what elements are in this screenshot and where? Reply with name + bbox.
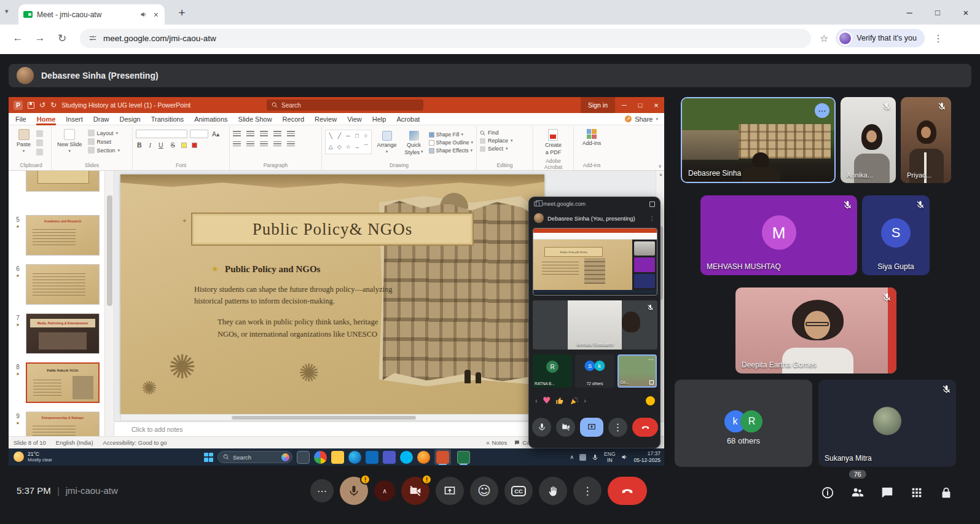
menu-transitions[interactable]: Transitions (151, 114, 184, 124)
tile-mehvash[interactable]: M MEHVASH MUSHTAQ (700, 195, 857, 275)
pip-self-row[interactable]: Debasree Sinha (You, presenting) ⋮ (529, 211, 660, 225)
grow-font-icon[interactable]: A▴ (211, 130, 221, 138)
copy-icon[interactable] (36, 139, 43, 146)
pip-tile-self-view[interactable]: ⋯ De... (617, 354, 657, 388)
current-slide[interactable]: Public Policy& NGOs ★ Public Policy and … (120, 174, 544, 414)
tab-search-chevron-icon[interactable]: ▾ (5, 7, 9, 15)
quick-styles-button[interactable]: Quick Styles▾ (402, 130, 426, 157)
meeting-details-button[interactable] (821, 486, 834, 499)
taskbar-weather[interactable]: 21°C Mostly clear (9, 452, 57, 463)
layout-button[interactable]: Layout▾ (88, 130, 120, 136)
pip-present-button[interactable] (580, 418, 603, 437)
menu-file[interactable]: File (15, 114, 27, 124)
menu-animations[interactable]: Animations (194, 114, 228, 124)
new-slide-button[interactable]: New Slide▾ (55, 128, 85, 155)
menu-view[interactable]: View (347, 114, 363, 124)
present-button[interactable] (436, 477, 464, 505)
replace-button[interactable]: Replace▾ (480, 138, 530, 144)
shapes-gallery[interactable]: ╲╱─□○ △◇☆→⌒ (325, 130, 372, 154)
pip-main-tile[interactable]: Annika Goswami (533, 300, 657, 350)
forward-icon[interactable]: → (31, 29, 49, 47)
taskbar-app-chrome-icon[interactable] (314, 451, 327, 464)
host-controls-button[interactable] (939, 486, 953, 499)
tile-priyad[interactable]: Priyad... (901, 97, 951, 183)
tile-siya[interactable]: S Siya Gupta (862, 195, 930, 275)
slide-thumbnail-panel[interactable]: 4★ 5★ Academics and Research 6★ 7★ Media… (9, 171, 105, 448)
paste-button[interactable]: Paste▾ (14, 128, 33, 155)
ppt-minimize-button[interactable]: ─ (616, 97, 632, 113)
font-size-combo[interactable] (190, 130, 208, 138)
create-pdf-button[interactable]: Create a PDF (543, 128, 564, 157)
pip-more-button[interactable]: ⋮ (608, 418, 627, 437)
slide-thumbnail-8-selected[interactable]: 8★ Public Policy& NGOs (12, 362, 100, 403)
more-options-button[interactable]: ⋮ (573, 477, 602, 505)
underline-button[interactable]: U (157, 141, 165, 149)
pip-header[interactable]: meet.google.com (529, 197, 660, 211)
raise-hand-button[interactable] (539, 477, 567, 505)
indent-increase-icon[interactable] (273, 131, 281, 137)
people-button[interactable]: 76 (850, 485, 864, 499)
collapse-ribbon-icon[interactable]: ∨ (658, 163, 662, 169)
redo-icon[interactable]: ↻ (50, 101, 57, 109)
shape-effects-button[interactable]: Shape Effects▾ (429, 147, 473, 154)
expand-icon[interactable] (649, 380, 654, 385)
notes-toggle[interactable]: ≡Notes (486, 439, 507, 446)
justify-icon[interactable] (273, 141, 281, 147)
menu-draw[interactable]: Draw (93, 114, 110, 124)
audio-settings-chevron[interactable]: ∧ (374, 480, 395, 501)
browser-menu-icon[interactable]: ⋮ (933, 33, 943, 44)
menu-slideshow[interactable]: Slide Show (238, 114, 273, 124)
activities-button[interactable] (910, 486, 923, 499)
indent-decrease-icon[interactable] (260, 131, 268, 137)
ppt-close-button[interactable]: × (648, 97, 664, 113)
menu-acrobat[interactable]: Acrobat (396, 114, 420, 124)
pip-tile-others[interactable]: S k 72 others (575, 354, 614, 388)
more-controls-button[interactable]: ⋯ (310, 479, 334, 502)
cut-icon[interactable] (36, 130, 43, 137)
pip-self-menu-icon[interactable]: ⋮ (649, 215, 656, 222)
section-button[interactable]: Section▾ (88, 147, 120, 154)
site-settings-icon[interactable] (88, 34, 97, 42)
align-left-icon[interactable] (233, 141, 241, 147)
tile-menu-icon[interactable]: ⋯ (815, 103, 829, 118)
slide-thumbnail-7[interactable]: 7★ Media, Publishing & Entertainment (12, 313, 100, 354)
emoji-reaction-icon[interactable] (646, 396, 655, 405)
close-button[interactable]: × (952, 0, 980, 25)
align-center-icon[interactable] (246, 141, 254, 147)
bullets-icon[interactable] (233, 131, 241, 137)
panel-scrollbar[interactable] (105, 171, 114, 448)
slide-thumbnail-6[interactable]: 6★ (12, 264, 100, 305)
reactions-prev-icon[interactable]: ‹ (535, 397, 538, 404)
taskbar-app-desktop-icon[interactable] (297, 451, 310, 464)
tile-sukanya[interactable]: Sukanya Mitra (818, 380, 956, 467)
columns-icon[interactable] (287, 141, 295, 147)
reload-icon[interactable]: ↻ (53, 29, 71, 47)
taskbar-app-teams-icon[interactable] (383, 451, 396, 464)
taskbar-search[interactable]: Search (218, 451, 292, 463)
horizontal-scrollbar[interactable] (120, 414, 544, 421)
numbering-icon[interactable] (246, 131, 254, 137)
menu-home[interactable]: Home (36, 114, 57, 124)
ppt-maximize-button[interactable]: □ (632, 97, 648, 113)
tray-clock[interactable]: 17:3705-12-2025 (634, 450, 661, 463)
sign-in-button[interactable]: Sign in (581, 97, 615, 113)
captions-button[interactable]: CC (504, 477, 533, 505)
back-icon[interactable]: ← (9, 29, 27, 47)
pip-screenshare-thumbnail[interactable]: Public Policy& NGOs (533, 228, 657, 295)
start-button[interactable] (204, 453, 213, 462)
pip-mic-button[interactable] (532, 418, 551, 437)
pip-popout-icon[interactable] (649, 201, 655, 207)
strikethrough-button[interactable]: S (170, 141, 176, 149)
end-call-button[interactable] (608, 477, 647, 505)
arrange-button[interactable]: Arrange▾ (375, 130, 399, 155)
maximize-button[interactable]: □ (923, 0, 952, 25)
accessibility-status[interactable]: Accessibility: Good to go (103, 439, 167, 446)
tray-volume-icon[interactable] (621, 453, 629, 461)
tray-mic-icon[interactable] (592, 454, 598, 461)
add-ins-button[interactable]: Add-ins (580, 128, 604, 147)
taskbar-app-edge-icon[interactable] (348, 451, 361, 464)
tile-debasree-sinha[interactable]: ⋯ Debasree Sinha (681, 97, 836, 183)
mic-button[interactable]: ! (340, 477, 368, 505)
tab-audio-icon[interactable] (140, 10, 148, 18)
taskbar-app-firefox-icon[interactable] (417, 451, 430, 464)
